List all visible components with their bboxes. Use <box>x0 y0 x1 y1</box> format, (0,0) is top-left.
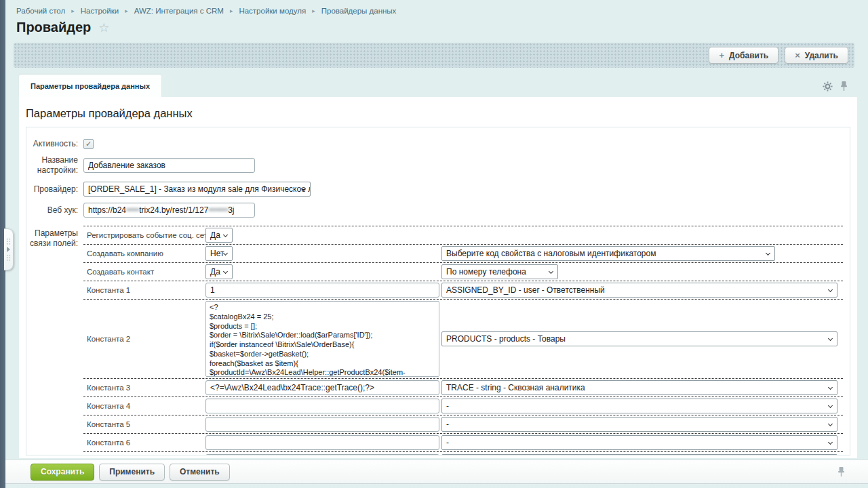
select-value: ASSIGNED_BY_ID - user - Ответственный <box>446 285 605 295</box>
chevron-down-icon <box>223 232 228 237</box>
admin-page: Рабочий стол ▸ Настройки ▸ AWZ: Интеграц… <box>0 0 868 488</box>
footer-action-bar: Сохранить Применить Отменить <box>5 460 868 484</box>
row-constant-4: Константа 4 - <box>83 396 843 415</box>
constant-6-input[interactable] <box>205 435 439 450</box>
row-label: Создавать компанию <box>83 249 205 258</box>
select-value: - <box>446 438 449 447</box>
select-value: PRODUCTS - products - Товары <box>446 334 566 344</box>
breadcrumb-data-providers[interactable]: Провайдеры данных <box>321 7 397 15</box>
tax-id-property-select[interactable]: Выберите код свойства с налоговым иденти… <box>441 246 775 261</box>
section-heading: Параметры провайдера данных <box>26 107 850 120</box>
constant-4-input[interactable] <box>205 399 439 413</box>
chevron-down-icon <box>828 287 833 292</box>
field-links-label: Параметры связи полей: <box>26 228 78 455</box>
constant-7-field-select[interactable] <box>441 454 837 455</box>
breadcrumb: Рабочий стол ▸ Настройки ▸ AWZ: Интеграц… <box>16 7 396 15</box>
pin-icon[interactable] <box>840 81 848 92</box>
row-constant-6: Константа 6 - <box>83 433 843 451</box>
row-label: Константа 5 <box>83 420 205 428</box>
favorite-star-icon[interactable]: ☆ <box>98 22 109 34</box>
constant-7-input[interactable] <box>205 454 439 455</box>
sidebar-expand-handle[interactable] <box>4 228 14 270</box>
apply-button[interactable]: Применить <box>99 464 165 481</box>
chevron-down-icon <box>223 269 228 274</box>
plus-icon: + <box>719 50 724 60</box>
chevron-down-icon <box>828 336 833 341</box>
breadcrumb-desktop[interactable]: Рабочий стол <box>16 7 65 15</box>
constant-1-field-select[interactable]: ASSIGNED_BY_ID - user - Ответственный <box>441 283 837 298</box>
chevron-down-icon <box>828 440 833 445</box>
row-label: Константа 1 <box>83 286 205 294</box>
select-value: Да <box>210 230 220 240</box>
select-value: - <box>446 401 449 411</box>
name-input[interactable] <box>83 158 255 173</box>
tab-icons <box>823 81 848 92</box>
delete-button[interactable]: × Удалить <box>785 47 848 64</box>
constant-2-textarea[interactable]: <? $catalogBx24 = 25; $products = []; $o… <box>205 301 439 377</box>
row-social-event: Регистрировать событие соц. сети Да <box>83 226 843 244</box>
breadcrumb-separator-icon: ▸ <box>125 7 128 14</box>
tabs-row: Параметры провайдера данных <box>19 75 857 97</box>
webhook-masked-segment: ••••••••• <box>208 205 228 215</box>
chevron-down-icon <box>766 251 770 256</box>
constant-4-field-select[interactable]: - <box>441 399 837 413</box>
tab-provider-params[interactable]: Параметры провайдера данных <box>19 75 161 97</box>
row-constant-7-clipped <box>83 451 843 455</box>
create-contact-select[interactable]: Да <box>205 264 233 279</box>
row-label: Регистрировать событие соц. сети <box>83 231 205 239</box>
chevron-down-icon <box>828 385 833 390</box>
row-constant-2: Константа 2 <? $catalogBx24 = 25; $produ… <box>83 299 843 378</box>
add-button[interactable]: + Добавить <box>709 47 778 64</box>
cancel-button[interactable]: Отменить <box>170 464 230 481</box>
chevron-down-icon <box>828 403 833 408</box>
context-toolbar: + Добавить × Удалить <box>14 43 854 68</box>
webhook-text: 3j <box>228 205 234 215</box>
social-event-select[interactable]: Да <box>205 228 233 243</box>
title-row: Провайдер ☆ <box>16 20 109 35</box>
constant-1-input[interactable] <box>205 283 439 298</box>
breadcrumb-awz-module[interactable]: AWZ: Интеграция с CRM <box>134 7 224 15</box>
breadcrumb-module-settings[interactable]: Настройки модуля <box>239 7 306 15</box>
select-value: По номеру телефона <box>446 267 526 277</box>
constant-2-field-select[interactable]: PRODUCTS - products - Товары <box>441 331 837 346</box>
breadcrumb-separator-icon: ▸ <box>312 7 315 14</box>
activity-checkbox[interactable]: ✓ <box>83 139 94 149</box>
handle-dots-bottom <box>6 254 11 261</box>
select-value: - <box>446 420 449 429</box>
row-create-contact: Создавать контакт Да По номеру телефона <box>83 262 843 281</box>
save-button[interactable]: Сохранить <box>31 464 94 481</box>
constant-5-input[interactable] <box>205 417 439 432</box>
field-row-name: Название настройки: <box>26 155 850 176</box>
constant-3-field-select[interactable]: TRACE - string - Сквозная аналитика <box>441 380 837 395</box>
row-label: Константа 3 <box>83 384 205 392</box>
create-company-select[interactable]: Нет <box>205 246 233 261</box>
gear-icon[interactable] <box>823 81 833 92</box>
activity-label: Активность: <box>26 139 78 149</box>
row-constant-1: Константа 1 ASSIGNED_BY_ID - user - Отве… <box>83 281 843 299</box>
select-value: TRACE - string - Сквозная аналитика <box>446 383 585 392</box>
field-row-activity: Активность: ✓ <box>26 139 850 149</box>
select-value: Нет <box>210 249 224 258</box>
provider-select-value: [ORDER_SALE_1] - Заказ из модуля sale дл… <box>88 184 311 194</box>
field-links-table: Регистрировать событие соц. сети Да Созд… <box>83 226 843 455</box>
breadcrumb-settings[interactable]: Настройки <box>81 7 119 15</box>
constant-6-field-select[interactable]: - <box>441 435 837 450</box>
row-label: Константа 2 <box>83 335 205 343</box>
delete-button-label: Удалить <box>805 51 838 60</box>
provider-select[interactable]: [ORDER_SALE_1] - Заказ из модуля sale дл… <box>83 182 311 197</box>
name-label: Название настройки: <box>26 155 78 176</box>
constant-3-input[interactable] <box>205 380 439 395</box>
breadcrumb-separator-icon: ▸ <box>230 7 233 14</box>
chevron-down-icon <box>828 422 833 426</box>
x-icon: × <box>795 50 800 60</box>
webhook-masked-segment: •••••• <box>126 205 139 215</box>
webhook-input[interactable]: https://b24••••••trix24.by/rest/1/127•••… <box>83 203 255 218</box>
field-row-webhook: Веб хук: https://b24••••••trix24.by/rest… <box>26 203 850 218</box>
add-button-label: Добавить <box>729 51 768 60</box>
pin-icon[interactable] <box>837 466 845 477</box>
constant-5-field-select[interactable]: - <box>441 417 837 432</box>
row-label: Константа 6 <box>83 439 205 447</box>
row-label: Создавать контакт <box>83 268 205 276</box>
field-row-provider: Провайдер: [ORDER_SALE_1] - Заказ из мод… <box>26 182 850 197</box>
contact-match-select[interactable]: По номеру телефона <box>441 264 558 279</box>
